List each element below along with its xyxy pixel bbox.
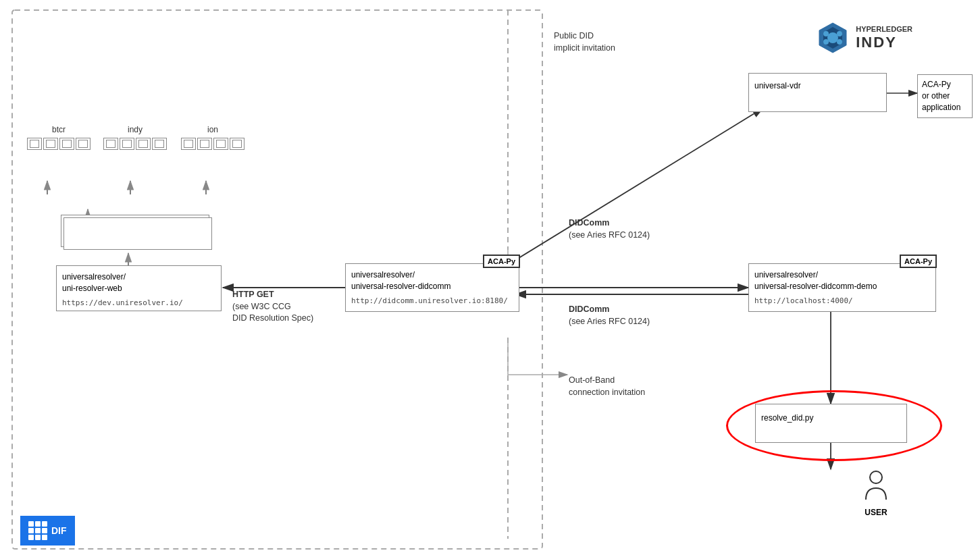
public-did-annotation: Public DIDimplicit invitation — [554, 30, 615, 54]
user-icon — [863, 469, 889, 506]
chain-node — [120, 138, 134, 150]
universal-resolver-didcomm-demo-url: http://localhost:4000/ — [754, 296, 853, 305]
universal-resolver-didcomm-demo-box: ACA-Py universalresolver/universal-resol… — [748, 263, 936, 312]
svg-point-21 — [823, 31, 829, 36]
dif-logo: DIF — [20, 516, 75, 545]
chain-node — [43, 138, 58, 150]
driver-did-box: universalresolver/driver-did-{indy,btcr,… — [61, 215, 209, 247]
universal-resolver-didcomm-label: universalresolver/universal-resolver-did… — [351, 270, 450, 291]
chain-node — [181, 138, 196, 150]
http-get-annotation: HTTP GET(see W3C CCGDID Resolution Spec) — [232, 289, 313, 325]
didcomm-top-annotation: DIDComm(see Aries RFC 0124) — [569, 217, 650, 241]
hyperledger-indy-text: HYPERLEDGER INDY — [856, 24, 912, 51]
svg-point-24 — [823, 39, 829, 45]
chain-node — [27, 138, 42, 150]
uni-resolver-web-box: universalresolver/uni-resolver-web https… — [56, 265, 222, 311]
chain-node — [76, 138, 91, 150]
aca-py-other-box: ACA-Pyor otherapplication — [917, 74, 973, 118]
svg-point-17 — [870, 471, 882, 483]
universal-vdr-label: universal-vdr — [754, 81, 801, 90]
aca-py-badge-right: ACA-Py — [900, 255, 937, 268]
out-of-band-annotation: Out-of-Bandconnection invitation — [569, 375, 645, 398]
chain-node — [136, 138, 151, 150]
universal-resolver-didcomm-url: http://didcomm.uniresolver.io:8180/ — [351, 296, 508, 305]
uni-resolver-web-url: https://dev.uniresolver.io/ — [62, 298, 183, 307]
svg-point-22 — [837, 31, 842, 36]
chain-node — [213, 138, 228, 150]
dif-grid-icon — [28, 521, 47, 540]
chain-node — [197, 138, 212, 150]
universal-vdr-box: universal-vdr — [748, 73, 887, 112]
didcomm-bottom-annotation: DIDComm(see Aries RFC 0124) — [569, 304, 650, 327]
chain-node — [103, 138, 118, 150]
hyperledger-indy-logo: HYPERLEDGER INDY — [815, 20, 912, 55]
aca-py-other-label: ACA-Pyor otherapplication — [922, 80, 960, 112]
chain-node — [59, 138, 74, 150]
aca-py-badge-left: ACA-Py — [483, 255, 520, 268]
chain-node — [152, 138, 167, 150]
hyperledger-icon — [815, 20, 850, 55]
svg-point-20 — [827, 32, 838, 43]
btcr-chain-label: btcr — [27, 125, 91, 150]
dif-text: DIF — [51, 525, 67, 536]
uni-resolver-web-label: universalresolver/uni-resolver-web — [62, 272, 126, 293]
indy-chain-label: indy — [103, 125, 167, 150]
universal-resolver-didcomm-demo-label: universalresolver/universal-resolver-did… — [754, 270, 877, 291]
user-figure: USER — [863, 469, 889, 517]
universal-resolver-didcomm-box: ACA-Py universalresolver/universal-resol… — [345, 263, 519, 312]
ion-chain-label: ion — [181, 125, 244, 150]
svg-point-23 — [837, 39, 842, 45]
user-label: USER — [863, 508, 889, 517]
diagram-container: btcr indy ion universalresolver/ — [0, 0, 980, 559]
chain-node — [230, 138, 244, 150]
red-oval-highlight — [726, 390, 942, 461]
